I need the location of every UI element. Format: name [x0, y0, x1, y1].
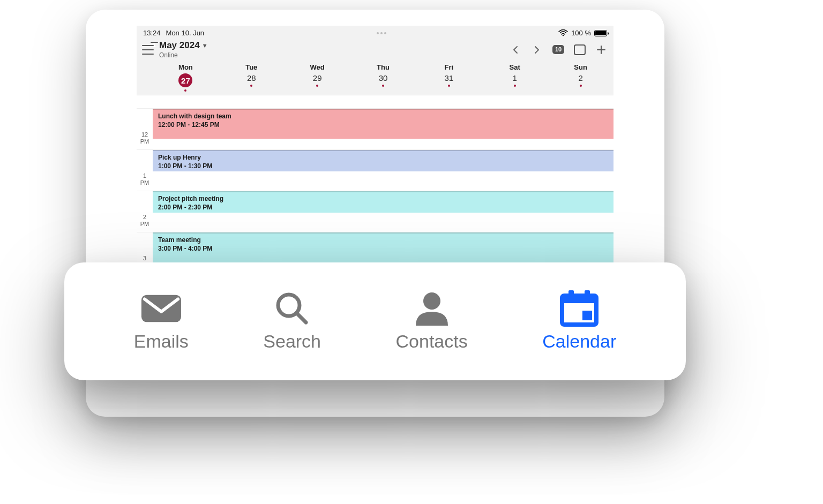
- bottom-tab-bar: Emails Search Contacts Calendar: [64, 262, 686, 380]
- add-event-button[interactable]: [595, 44, 607, 56]
- event-pitch[interactable]: Project pitch meeting 2:00 PM - 2:30 PM: [153, 191, 613, 213]
- hour-label: 1PM: [137, 150, 153, 191]
- wifi-icon: [558, 29, 568, 36]
- event-dot-icon: [316, 85, 318, 87]
- event-title: Project pitch meeting: [158, 195, 608, 202]
- day-name: Sat: [510, 63, 520, 71]
- event-dot-icon: [514, 85, 516, 87]
- hour-row-2pm: 2PM Project pitch meeting 2:00 PM - 2:30…: [137, 191, 613, 232]
- day-name: Mon: [178, 63, 193, 71]
- svg-point-0: [563, 35, 564, 36]
- month-picker[interactable]: May 2024 ▼: [159, 40, 208, 51]
- day-number: 30: [379, 73, 388, 82]
- chevron-down-icon: ▼: [202, 42, 208, 49]
- person-icon: [411, 291, 453, 326]
- event-dot-icon: [382, 85, 384, 87]
- event-dot-icon: [580, 85, 582, 87]
- hour-row-pre: [137, 95, 613, 109]
- day-name: Fri: [445, 63, 454, 71]
- day-name: Thu: [377, 63, 390, 71]
- event-time: 1:00 PM - 1:30 PM: [158, 162, 608, 170]
- prev-week-button[interactable]: [510, 44, 521, 56]
- day-mon[interactable]: Mon 27: [153, 63, 219, 92]
- today-badge: 10: [552, 45, 564, 54]
- view-toggle-button[interactable]: [574, 44, 586, 56]
- event-title: Pick up Henry: [158, 154, 608, 161]
- menu-badge: 1: [151, 42, 158, 43]
- mail-icon: [140, 291, 182, 326]
- calendar-icon: [558, 291, 600, 326]
- event-dot-icon: [184, 89, 186, 92]
- svg-point-4: [423, 292, 440, 310]
- status-time: 13:24: [143, 29, 161, 37]
- day-name: Tue: [245, 63, 257, 71]
- day-name: Wed: [310, 63, 325, 71]
- day-number: 27: [178, 73, 192, 87]
- tab-calendar[interactable]: Calendar: [542, 291, 616, 352]
- hour-row-12pm: 12PM Lunch with design team 12:00 PM - 1…: [137, 109, 613, 150]
- day-number: 29: [313, 73, 322, 82]
- status-date: Mon 10. Jun: [166, 29, 205, 37]
- day-number: 28: [247, 73, 256, 82]
- event-time: 12:00 PM - 12:45 PM: [158, 121, 608, 129]
- svg-rect-1: [141, 295, 181, 322]
- calendar-header: 1 May 2024 ▼ Online 10: [137, 38, 613, 60]
- connection-status: Online: [159, 51, 208, 59]
- day-sat[interactable]: Sat 1: [482, 63, 548, 92]
- event-time: 2:00 PM - 2:30 PM: [158, 204, 608, 211]
- day-tue[interactable]: Tue 28: [219, 63, 285, 92]
- day-number: 2: [578, 73, 582, 82]
- event-lunch[interactable]: Lunch with design team 12:00 PM - 12:45 …: [153, 109, 613, 139]
- svg-rect-8: [585, 290, 590, 299]
- week-row: Mon 27 Tue 28 Wed 29 Thu 30 Fri 31: [137, 60, 613, 95]
- tab-label: Search: [263, 331, 321, 352]
- day-wed[interactable]: Wed 29: [285, 63, 350, 92]
- hour-row-1pm: 1PM Pick up Henry 1:00 PM - 1:30 PM: [137, 150, 613, 191]
- hour-label: 2PM: [137, 191, 153, 232]
- tab-label: Calendar: [542, 331, 616, 352]
- event-dot-icon: [448, 85, 450, 87]
- event-title: Lunch with design team: [158, 112, 608, 120]
- tab-emails[interactable]: Emails: [134, 291, 189, 352]
- day-number: 31: [445, 73, 454, 82]
- event-dot-icon: [250, 85, 252, 87]
- search-icon: [271, 291, 313, 326]
- tab-label: Emails: [134, 331, 189, 352]
- battery-percent: 100 %: [571, 29, 591, 37]
- status-bar: 13:24 Mon 10. Jun 100 %: [137, 26, 613, 38]
- svg-rect-9: [582, 311, 592, 320]
- menu-button[interactable]: 1: [142, 45, 156, 55]
- day-sun[interactable]: Sun 2: [548, 63, 613, 92]
- battery-icon: [594, 30, 607, 36]
- event-title: Team meeting: [158, 236, 608, 244]
- svg-rect-6: [562, 296, 596, 303]
- day-name: Sun: [574, 63, 587, 71]
- multitask-dots-icon[interactable]: [204, 32, 558, 34]
- day-fri[interactable]: Fri 31: [416, 63, 482, 92]
- next-week-button[interactable]: [531, 44, 543, 56]
- svg-line-3: [297, 313, 306, 322]
- rectangle-icon: [574, 44, 586, 55]
- hour-label: 12PM: [137, 109, 153, 149]
- event-time: 3:00 PM - 4:00 PM: [158, 245, 608, 252]
- today-button[interactable]: 10: [552, 44, 564, 56]
- event-pickup[interactable]: Pick up Henry 1:00 PM - 1:30 PM: [153, 150, 613, 171]
- svg-rect-7: [568, 290, 574, 299]
- tab-label: Contacts: [396, 331, 468, 352]
- day-number: 1: [513, 73, 517, 82]
- tab-search[interactable]: Search: [263, 291, 321, 352]
- day-thu[interactable]: Thu 30: [350, 63, 416, 92]
- tab-contacts[interactable]: Contacts: [396, 291, 468, 352]
- month-title: May 2024: [159, 40, 200, 51]
